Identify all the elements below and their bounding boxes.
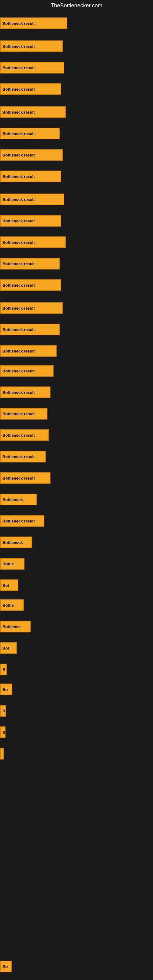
bar-item: B [0,663,7,675]
bar-label: Bottleneck result [2,433,35,438]
bar-item: Bottleneck result [0,302,63,314]
bar-label: Bottleneck result [2,87,35,92]
bar-label: Bottleneck result [2,153,35,158]
chart-area: Bottleneck resultBottleneck resultBottle… [0,11,153,976]
bar-label: B [2,730,5,735]
bar-item: B [0,705,6,717]
bar-item: Bottleneck result [0,236,66,248]
bar-item: Bottleneck result [0,62,64,73]
bar-item: Bottleneck result [0,387,51,398]
bar-label: Bot [2,646,9,651]
bar-item: Bot [0,642,17,654]
bar-item: Bottleneck result [0,515,45,527]
bar-label: Bottleneck result [2,197,35,202]
bar-label: Bottleneck result [2,306,35,310]
bar-label: Bo [2,687,8,692]
bar-label: Bo [2,964,8,969]
bar-label: Bottleneck result [2,110,35,115]
bar-label: Bottleneck result [2,412,35,416]
bar-label: Bottleneck result [2,240,35,245]
bar-label: Bottleneck result [2,349,35,353]
bar-label: Bottleneck result [2,390,35,395]
bar-label: Bottleneck result [2,65,35,70]
bar-label: Bottle [2,562,14,566]
bar-item: Bottlenec [0,621,30,632]
bar-item: Bottle [0,599,24,611]
bar-label: Bottleneck result [2,174,35,179]
bar-item: B [0,726,5,738]
bar-label: Bottleneck result [2,44,35,49]
bar-item: Bottleneck result [0,128,60,139]
bar-label: Bottleneck result [2,21,35,26]
bar-label: Bottleneck result [2,455,35,459]
bar-item: Bottleneck result [0,258,60,269]
bar-item: Bottleneck result [0,472,51,484]
bar-label: Bottleneck [2,540,22,545]
bar-label: Bottleneck result [2,369,35,373]
bar-item: Bottle [0,558,24,570]
bar-label: Bottleneck result [2,519,35,523]
bar-label: Bottleneck result [2,476,35,480]
bar-item: Bottleneck result [0,106,66,118]
bar-label: Bottleneck result [2,219,35,223]
bar-label: Bottle [2,603,14,608]
bar-item: Bottleneck result [0,324,60,335]
bar-item: Bottleneck result [0,345,57,357]
bar-label: Bottlenec [2,624,21,629]
bar-label: Bottleneck result [2,283,35,288]
bar-item: Bottleneck result [0,279,61,291]
bar-label: B [2,667,5,672]
bar-item: Bottleneck result [0,83,61,95]
bar-label: Bottleneck result [2,328,35,332]
bar-item: Bottleneck [0,536,32,548]
bar-item [0,748,4,759]
bar-item: Bot [0,579,18,591]
bar-item: Bottleneck result [0,18,67,29]
bar-item: Bo [0,684,12,695]
bar-item: Bottleneck result [0,365,54,377]
bar-label: Bottleneck result [2,261,35,266]
bar-item: Bo [0,961,12,972]
bar-item: Bottleneck result [0,194,64,205]
bar-item: Bottleneck result [0,451,46,463]
bar-item: Bottleneck [0,494,37,505]
bar-label: Bot [2,583,9,588]
bar-label: B [2,709,5,713]
bar-item: Bottleneck result [0,170,61,182]
bar-item: Bottleneck result [0,215,61,227]
bar-item: Bottleneck result [0,149,63,161]
bar-item: Bottleneck result [0,40,63,52]
site-title: TheBottlenecker.com [0,0,153,11]
bar-label: Bottleneck result [2,131,35,136]
bar-item: Bottleneck result [0,430,49,441]
bar-label: Bottleneck [2,497,22,502]
bar-item: Bottleneck result [0,408,48,420]
